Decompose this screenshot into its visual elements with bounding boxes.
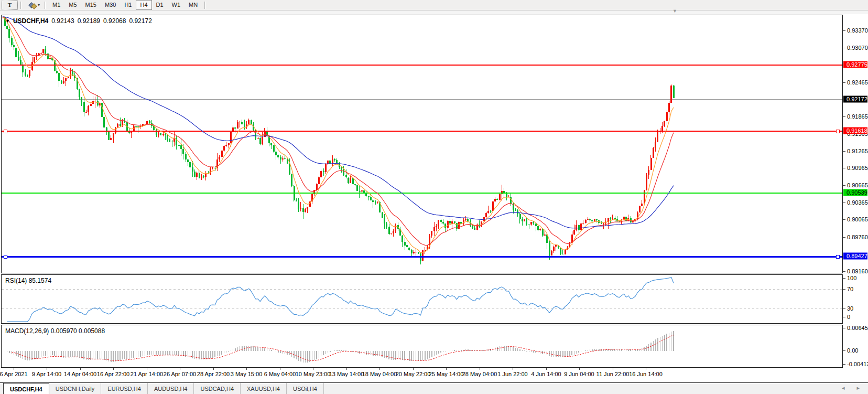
price-tick-dash [843, 30, 845, 31]
chart-title: ▼ USDCHF,H4 0.92143 0.92189 0.92068 0.92… [5, 17, 152, 25]
price-tick-dash [843, 219, 845, 220]
time-label: 20 May 22:00 [396, 371, 431, 377]
price-tick-dash [843, 48, 845, 48]
time-axis[interactable]: 6 Apr 20219 Apr 14:0014 Apr 04:0016 Apr … [0, 368, 868, 382]
price-marker-0.89427: 0.89427 [843, 253, 867, 260]
tab-usdcad-h4[interactable]: USDCAD,H4 [194, 383, 241, 394]
time-tick [113, 368, 114, 370]
tab-scroll-left-icon[interactable]: ◂ [842, 385, 850, 391]
price-tick-label: 0.89160 [847, 268, 868, 274]
ma-fast-line [3, 17, 674, 253]
toolbar-separator [20, 2, 21, 9]
time-tick [346, 368, 347, 370]
tab-usdchf-h4[interactable]: USDCHF,H4 [3, 383, 49, 394]
tab-audusd-h4[interactable]: AUDUSD,H4 [148, 383, 194, 394]
time-label: 4 Jun 14:00 [531, 371, 561, 377]
time-label: 9 Apr 14:00 [32, 371, 61, 377]
ma-slow-line [3, 17, 674, 228]
price-tick-dash [843, 82, 845, 83]
rsi-chart[interactable] [2, 275, 842, 323]
tab-usdcnh-daily[interactable]: USDCNH,Daily [49, 383, 102, 394]
time-label: 21 Apr 14:00 [131, 371, 163, 377]
timeframe-button-d1[interactable]: D1 [152, 0, 168, 10]
timeframe-button-m5[interactable]: M5 [64, 0, 81, 10]
time-tick [180, 368, 180, 370]
price-marker-0.92172: 0.92172 [843, 96, 867, 103]
time-tick [546, 368, 547, 370]
time-label: 28 May 04:00 [462, 371, 497, 377]
price-tick-label: 0.90665 [847, 182, 868, 188]
time-label: 18 May 04:00 [362, 371, 397, 377]
main-chart-panel[interactable]: ▼ USDCHF,H4 0.92143 0.92189 0.92068 0.92… [1, 15, 843, 273]
close-value: 0.92172 [129, 17, 151, 25]
macd-axis-label: 0.006451 [847, 325, 868, 331]
time-tick [446, 368, 447, 370]
timeframe-button-w1[interactable]: W1 [168, 0, 185, 10]
timeframe-button-mn[interactable]: MN [185, 0, 202, 10]
high-value: 0.92189 [78, 17, 100, 25]
time-label: 10 May 23:00 [296, 371, 331, 377]
time-tick [280, 368, 280, 370]
price-marker-0.92775: 0.92775 [843, 61, 867, 68]
macd-axis-label: 0.00 [847, 347, 858, 354]
time-tick [14, 368, 14, 370]
time-tick [579, 368, 580, 370]
timeframe-button-m30[interactable]: M30 [101, 0, 120, 10]
price-tick-label: 0.92465 [847, 79, 868, 86]
price-tick-dash [843, 168, 845, 168]
timeframe-button-m15[interactable]: M15 [81, 0, 101, 10]
scroll-position-marker-icon[interactable]: ▼ [672, 9, 677, 14]
rsi-axis-label: 100 [847, 275, 856, 281]
chevron-down-icon: ▾ [38, 3, 40, 7]
tab-eurusd-h4[interactable]: EURUSD,H4 [101, 383, 148, 394]
rsi-tick-dash [843, 308, 845, 309]
chart-horizontal-scrollbar[interactable]: ▼ [0, 10, 868, 14]
indicators-dropdown-button[interactable]: ▾ [29, 2, 40, 8]
macd-chart[interactable] [2, 325, 842, 367]
symbol-label: USDCHF,H4 [13, 17, 48, 25]
price-tick-label: 0.91865 [847, 113, 868, 120]
timeframe-button-h4[interactable]: H4 [136, 0, 151, 10]
time-tick [147, 368, 147, 370]
time-label: 6 May 04:00 [264, 371, 296, 377]
time-label: 9 Jun 04:00 [564, 371, 594, 377]
time-tick [313, 368, 313, 370]
tab-scroll-right-icon[interactable]: ▸ [856, 385, 865, 391]
time-tick [413, 368, 414, 370]
rsi-panel[interactable]: RSI(14) 85.1574 [1, 274, 843, 324]
time-tick [513, 368, 513, 370]
tab-scroll-arrows: ◂ ▸ [842, 385, 865, 391]
rsi-tick-dash [843, 317, 845, 317]
rsi-axis-label: 30 [847, 305, 853, 312]
timeframe-button-h1[interactable]: H1 [120, 0, 136, 10]
price-tick-label: 0.93370 [847, 27, 868, 34]
title-dropdown-icon[interactable]: ▼ [5, 18, 10, 24]
chart-tab-bar: USDCHF,H4USDCNH,DailyEURUSD,H4AUDUSD,H4U… [0, 382, 868, 394]
time-label: 3 May 15:00 [231, 371, 263, 377]
horizontal-level-line-0.89427[interactable] [2, 255, 842, 258]
time-tick [646, 368, 646, 370]
candlestick-chart[interactable] [2, 15, 842, 273]
time-label: 1 Jun 22:00 [497, 371, 528, 377]
rsi-line [7, 278, 674, 322]
horizontal-level-line-0.91618[interactable] [2, 130, 842, 133]
macd-label: MACD(12,26,9) 0.005970 0.005088 [5, 327, 105, 335]
time-label: 16 Jun 14:00 [629, 371, 663, 377]
candles-layer [2, 16, 675, 264]
price-tick-dash [843, 271, 845, 272]
price-tick-label: 0.90365 [847, 199, 868, 206]
macd-axis-label: -0.004129 [847, 361, 868, 367]
toolbar-separator [204, 2, 205, 9]
open-value: 0.92143 [51, 17, 74, 25]
price-axis[interactable]: 0.933700.930700.924650.918650.915650.912… [843, 15, 868, 368]
macd-panel[interactable]: MACD(12,26,9) 0.005970 0.005088 [1, 325, 843, 368]
time-tick [379, 368, 380, 370]
tab-usoil-h4[interactable]: USOil,H4 [287, 383, 324, 394]
price-tick-dash [843, 185, 845, 186]
timeframe-button-group: M1M5M15M30H1H4D1W1MN [48, 0, 202, 10]
tab-xauusd-h4[interactable]: XAUUSD,H4 [241, 383, 287, 394]
text-tool-button[interactable]: T [2, 1, 18, 10]
timeframe-button-m1[interactable]: M1 [48, 0, 64, 10]
price-tick-label: 0.90965 [847, 165, 868, 171]
macd-tick-dash [843, 364, 845, 365]
